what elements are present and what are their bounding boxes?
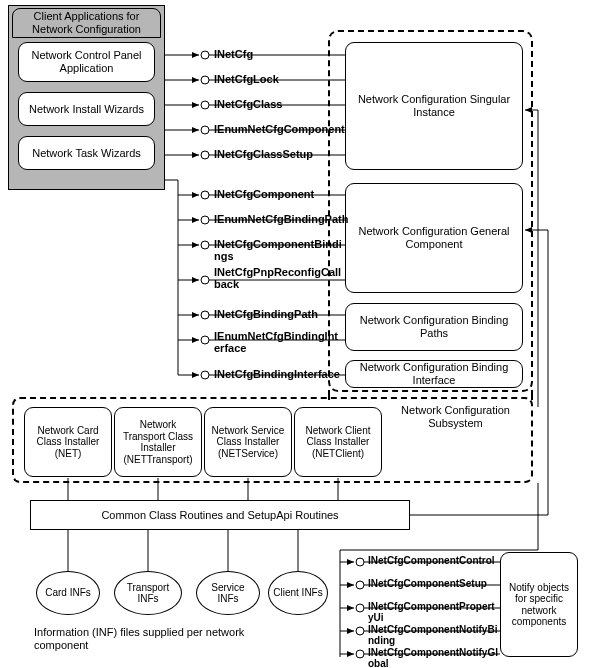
iface-INetCfgComponentPropertyUi: INetCfgComponentPropertyUi: [368, 601, 500, 623]
svg-point-28: [201, 336, 209, 344]
svg-point-18: [201, 276, 209, 284]
diagram-canvas: Client Applications for Network Configur…: [0, 0, 590, 668]
subsystem-title: Network Configuration Subsystem: [388, 403, 523, 431]
iface-INetCfgComponentNotifyBinding: INetCfgComponentNotifyBinding: [368, 624, 500, 646]
iface-INetCfgPnpReconfigCallback: INetCfgPnpReconfigCallback: [214, 266, 344, 290]
inf-caption: Information (INF) files supplied per net…: [30, 625, 250, 653]
iface-IEnumNetCfgBindingPath: IEnumNetCfgBindingPath: [214, 213, 348, 225]
installer-netclient: Network Client Class Installer (NETClien…: [294, 407, 382, 477]
common-routines-box: Common Class Routines and SetupApi Routi…: [30, 500, 410, 530]
installer-net: Network Card Class Installer (NET): [24, 407, 112, 477]
iface-INetCfgBindingInterface: INetCfgBindingInterface: [214, 368, 340, 380]
svg-point-33: [201, 371, 209, 379]
svg-point-4: [201, 151, 209, 159]
singular-instance-box: Network Configuration Singular Instance: [345, 42, 523, 170]
svg-point-16: [201, 216, 209, 224]
iface-INetCfgComponentBindings: INetCfgComponentBindings: [214, 238, 344, 262]
iface-IEnumNetCfgComponent: IEnumNetCfgComponent: [214, 123, 345, 135]
svg-point-56: [356, 604, 364, 612]
task-wizards-box: Network Task Wizards: [18, 136, 155, 170]
binding-interface-box: Network Configuration Binding Interface: [345, 360, 523, 388]
binding-paths-box: Network Configuration Binding Paths: [345, 303, 523, 351]
iface-INetCfgComponent: INetCfgComponent: [214, 188, 314, 200]
iface-IEnumNetCfgBindingInterface: IEnumNetCfgBindingInterface: [214, 330, 344, 354]
svg-point-55: [356, 581, 364, 589]
general-component-box: Network Configuration General Component: [345, 183, 523, 293]
install-wizards-box: Network Install Wizards: [18, 92, 155, 126]
installer-netservice: Network Service Class Installer (NETServ…: [204, 407, 292, 477]
svg-point-27: [201, 311, 209, 319]
inf-client: Client INFs: [268, 571, 328, 615]
svg-point-0: [201, 51, 209, 59]
iface-INetCfg: INetCfg: [214, 48, 253, 60]
iface-INetCfgBindingPath: INetCfgBindingPath: [214, 308, 318, 320]
iface-INetCfgClass: INetCfgClass: [214, 98, 282, 110]
iface-INetCfgLock: INetCfgLock: [214, 73, 279, 85]
svg-point-57: [356, 627, 364, 635]
iface-INetCfgComponentControl: INetCfgComponentControl: [368, 555, 495, 566]
svg-point-17: [201, 241, 209, 249]
svg-point-58: [356, 650, 364, 658]
control-panel-app-box: Network Control Panel Application: [18, 42, 155, 82]
svg-point-2: [201, 101, 209, 109]
inf-card: Card INFs: [36, 571, 100, 615]
client-apps-title: Client Applications for Network Configur…: [12, 8, 161, 38]
notify-objects-box: Notify objects for specific network comp…: [500, 552, 578, 657]
iface-INetCfgClassSetup: INetCfgClassSetup: [214, 148, 313, 160]
iface-INetCfgComponentNotifyGlobal: INetCfgComponentNotifyGlobal: [368, 647, 500, 668]
subsystem-dashed-joiner: [328, 390, 533, 400]
svg-point-15: [201, 191, 209, 199]
svg-point-3: [201, 126, 209, 134]
inf-transport: Transport INFs: [114, 571, 182, 615]
svg-point-1: [201, 76, 209, 84]
svg-point-54: [356, 558, 364, 566]
iface-INetCfgComponentSetup: INetCfgComponentSetup: [368, 578, 487, 589]
inf-service: Service INFs: [196, 571, 260, 615]
installer-nettransport: Network Transport Class Installer (NETTr…: [114, 407, 202, 477]
